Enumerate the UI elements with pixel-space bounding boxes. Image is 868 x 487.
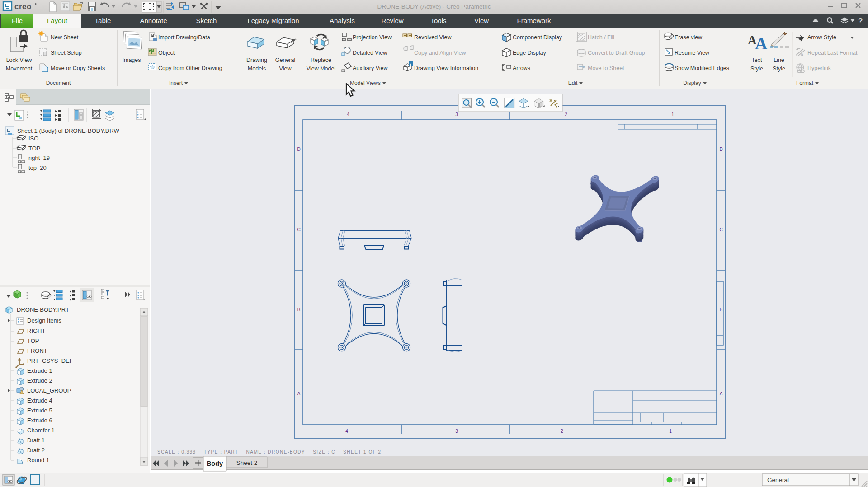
svg-text:A: A [720,391,723,396]
svg-text:Body: Body [207,460,223,467]
svg-text:B: B [297,307,301,312]
svg-text:A: A [800,52,804,57]
svg-text:3: 3 [455,429,458,434]
svg-text:2: 2 [565,112,567,117]
svg-text:B: B [720,307,723,312]
svg-text:?: ? [858,17,863,25]
svg-text:1: 1 [669,429,672,434]
svg-text:2: 2 [561,429,563,434]
svg-text:D: D [719,147,722,152]
svg-text:4: 4 [345,429,348,434]
svg-text:4: 4 [347,112,349,117]
svg-text:A: A [297,391,301,396]
svg-text:C: C [719,227,722,232]
svg-text:General: General [767,477,789,483]
svg-text:A: A [755,34,768,53]
svg-text:Sheet 2: Sheet 2 [236,459,258,466]
svg-text:SCALE : 0.333 TYPE : PART: SCALE : 0.333 TYPE : PART NAME : DRONE-B… [157,450,382,454]
svg-text:creo: creo [14,2,32,11]
svg-text:D: D [297,147,300,152]
svg-text:1: 1 [671,112,674,117]
svg-text:C: C [297,227,300,232]
svg-text:3: 3 [455,112,458,117]
